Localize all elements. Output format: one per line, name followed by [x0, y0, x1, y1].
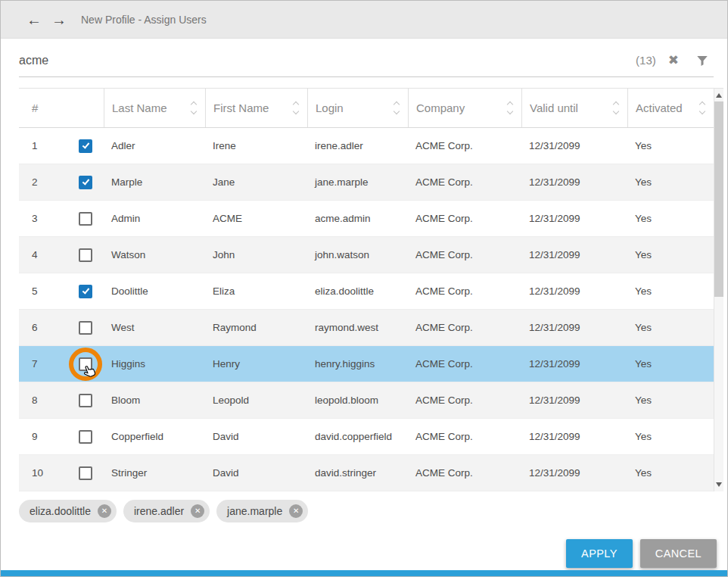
table-row[interactable]: 1AdlerIreneirene.adlerACME Corp.12/31/20…: [19, 128, 714, 164]
cell-activated: Yes: [627, 273, 714, 309]
row-number-cell: 4: [19, 237, 104, 273]
sort-icons: [294, 102, 298, 114]
table-row[interactable]: 5DoolittleElizaeliza.doolittleACME Corp.…: [19, 273, 714, 310]
cell-login: irene.adler: [307, 128, 408, 164]
column-header-label: Login: [316, 101, 344, 114]
row-number: 5: [32, 285, 79, 297]
row-checkbox[interactable]: [79, 357, 92, 371]
row-number: 7: [32, 358, 79, 370]
row-checkbox[interactable]: [79, 321, 92, 335]
action-bar: APPLY CANCEL: [1, 539, 727, 568]
cell-first-name: ACME: [205, 201, 307, 236]
cell-last-name: Stringer: [104, 455, 205, 491]
row-checkbox-wrap: [79, 357, 92, 371]
users-table: #Last NameFirst NameLoginCompanyValid un…: [19, 88, 723, 491]
row-checkbox[interactable]: [79, 212, 92, 226]
row-checkbox[interactable]: [79, 394, 92, 407]
row-checkbox[interactable]: [79, 248, 92, 262]
chip-remove-icon[interactable]: ✕: [98, 504, 111, 518]
checkmark-icon: [82, 286, 90, 294]
selected-users: eliza.doolittle✕irene.adler✕jane.marple✕: [19, 500, 727, 522]
sort-up-icon: [699, 101, 705, 108]
chip-remove-icon[interactable]: ✕: [191, 504, 204, 518]
row-number-cell: 1: [19, 128, 104, 164]
column-header-valid-until[interactable]: Valid until: [521, 89, 627, 127]
column-header-last-name[interactable]: Last Name: [104, 89, 205, 127]
cell-valid-until: 12/31/2099: [521, 201, 627, 236]
table-scrollbar[interactable]: [714, 89, 723, 491]
forward-arrow-icon[interactable]: →: [51, 12, 67, 27]
cell-first-name: Eliza: [205, 273, 307, 309]
table-row[interactable]: 4WatsonJohnjohn.watsonACME Corp.12/31/20…: [19, 237, 714, 273]
table-row[interactable]: 8BloomLeopoldleopold.bloomACME Corp.12/3…: [19, 382, 714, 419]
column-header-company[interactable]: Company: [408, 89, 521, 127]
sort-icons: [700, 102, 705, 114]
page-title: New Profile - Assign Users: [81, 14, 207, 26]
row-checkbox[interactable]: [79, 430, 92, 444]
cell-last-name: Adler: [104, 128, 205, 164]
table-row[interactable]: 3AdminACMEacme.adminACME Corp.12/31/2099…: [19, 201, 714, 237]
cell-valid-until: 12/31/2099: [521, 237, 627, 273]
sort-icons: [191, 102, 196, 114]
clear-search-icon[interactable]: ✖: [668, 54, 679, 67]
row-number-cell: 3: [19, 201, 104, 236]
cell-activated: Yes: [627, 455, 714, 491]
scrollbar-thumb[interactable]: [714, 101, 723, 297]
table-row[interactable]: 9CopperfieldDaviddavid.copperfieldACME C…: [19, 419, 714, 455]
cell-company: ACME Corp.: [408, 164, 521, 200]
cell-login: david.copperfield: [307, 419, 408, 454]
row-number-cell: 10: [19, 455, 104, 491]
filter-icon[interactable]: [695, 54, 709, 67]
cell-first-name: Henry: [205, 346, 307, 382]
column-header-login[interactable]: Login: [307, 89, 408, 127]
cell-company: ACME Corp.: [408, 455, 521, 491]
table-row[interactable]: 6WestRaymondraymond.westACME Corp.12/31/…: [19, 310, 714, 346]
cell-valid-until: 12/31/2099: [521, 310, 627, 345]
row-checkbox[interactable]: [79, 285, 92, 298]
table-row[interactable]: 2MarpleJanejane.marpleACME Corp.12/31/20…: [19, 164, 714, 201]
filter-bar: (13) ✖: [19, 48, 714, 77]
sort-up-icon: [191, 101, 197, 108]
back-arrow-icon[interactable]: ←: [26, 12, 42, 27]
row-checkbox-wrap: [79, 285, 92, 298]
sort-down-icon: [507, 108, 513, 114]
table-row[interactable]: 10StringerDaviddavid.stringerACME Corp.1…: [19, 455, 714, 491]
cancel-button[interactable]: CANCEL: [640, 539, 717, 568]
cell-login: acme.admin: [307, 201, 408, 236]
cell-valid-until: 12/31/2099: [521, 164, 627, 200]
cell-valid-until: 12/31/2099: [521, 273, 627, 309]
chip-label: eliza.doolittle: [30, 505, 91, 517]
row-checkbox-wrap: [79, 212, 92, 226]
scrollbar-up-arrow[interactable]: [716, 93, 722, 98]
chip-remove-icon[interactable]: ✕: [289, 504, 303, 518]
search-input[interactable]: [19, 54, 636, 67]
cell-first-name: Irene: [205, 128, 307, 164]
row-checkbox[interactable]: [79, 139, 92, 153]
column-header-label: Company: [416, 101, 465, 114]
column-header-label: Last Name: [112, 101, 167, 114]
cell-last-name: Doolittle: [104, 273, 205, 309]
cell-activated: Yes: [627, 310, 714, 345]
row-number: 6: [32, 322, 79, 333]
chip-label: irene.adler: [134, 505, 184, 517]
row-number: 2: [32, 176, 79, 188]
row-checkbox-wrap: [79, 394, 92, 407]
cell-valid-until: 12/31/2099: [521, 382, 627, 418]
scrollbar-down-arrow[interactable]: [716, 482, 722, 487]
sort-down-icon: [191, 108, 197, 114]
selected-user-chip: eliza.doolittle✕: [19, 500, 117, 522]
apply-button[interactable]: APPLY: [566, 539, 633, 568]
row-number-cell: 7: [19, 346, 104, 382]
row-number-cell: 5: [19, 273, 104, 309]
assign-users-window: ← → New Profile - Assign Users (13) ✖ #L…: [0, 0, 728, 577]
cell-login: jane.marple: [307, 164, 408, 200]
table-row[interactable]: 7HigginsHenryhenry.higginsACME Corp.12/3…: [19, 346, 714, 382]
row-checkbox-wrap: [79, 466, 92, 480]
row-checkbox[interactable]: [79, 176, 92, 189]
row-checkbox[interactable]: [79, 466, 92, 480]
column-header-first-name[interactable]: First Name: [205, 89, 307, 127]
cell-company: ACME Corp.: [408, 310, 521, 345]
row-number-cell: 8: [19, 382, 104, 418]
row-number: 3: [32, 213, 79, 224]
column-header-activated[interactable]: Activated: [627, 89, 714, 127]
